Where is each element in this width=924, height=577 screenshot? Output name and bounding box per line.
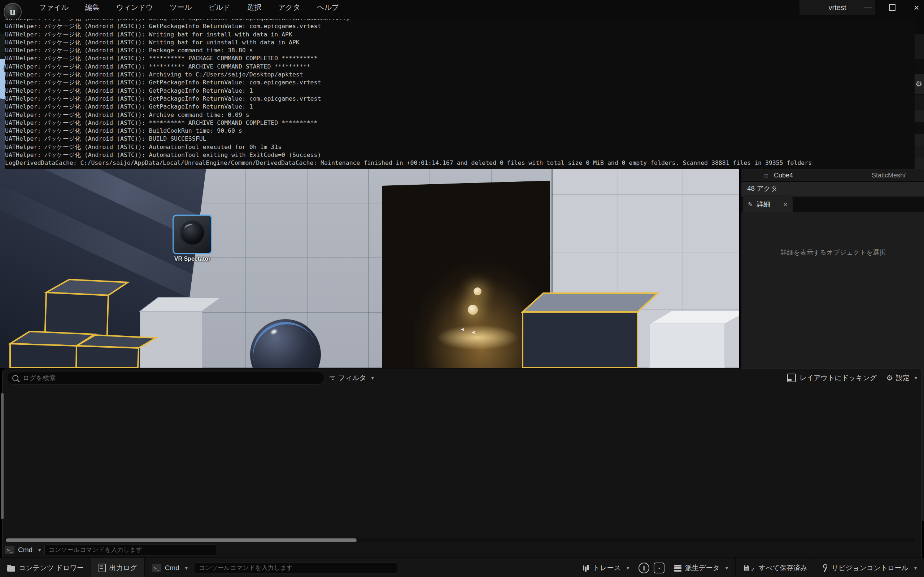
log-settings-label: 設定: [896, 373, 909, 383]
log-settings-dropdown[interactable]: ⚙ 設定 ▾: [886, 373, 917, 383]
vr-spectator-sprite[interactable]: [173, 214, 212, 254]
trace-label: トレース: [593, 563, 621, 573]
log-console-input[interactable]: [44, 545, 217, 555]
log-line: UATHelper: パッケージ化 (Android (ASTC)): GetP…: [5, 79, 914, 87]
main-menu: ファイル編集ウィンドウツールビルド選択アクタヘルプ: [39, 0, 339, 15]
filter-label: フィルタ: [338, 373, 366, 383]
log-line: UATHelper: パッケージ化 (Android (ASTC)): Writ…: [5, 31, 914, 39]
revision-control-icon: [822, 564, 828, 572]
log-line: UATHelper: パッケージ化 (Android (ASTC)): Auto…: [5, 151, 914, 159]
details-empty-message: 詳細を表示するオブジェクトを選択: [741, 248, 924, 257]
log-vertical-scrollbar[interactable]: [1, 393, 3, 519]
derived-data-dropdown[interactable]: 派生データ ▾: [667, 558, 735, 577]
output-log-label: 出力ログ: [109, 563, 137, 573]
outliner-settings-icon[interactable]: ⚙: [915, 80, 922, 89]
menu-item[interactable]: ヘルプ: [317, 3, 339, 12]
log-line: UATHelper: パッケージ化 (Android (ASTC)): Usin…: [5, 19, 914, 23]
derived-data-icon: [674, 565, 682, 567]
cmd-label: Cmd: [18, 546, 32, 554]
statusbar-console-input[interactable]: [195, 562, 397, 574]
log-line: UATHelper: パッケージ化 (Android (ASTC)): ****…: [5, 55, 914, 62]
search-icon: [12, 375, 18, 381]
save-status-label: すべて保存済み: [759, 563, 808, 573]
derived-data-label: 派生データ: [685, 563, 720, 573]
insights-icon[interactable]: ||: [638, 562, 649, 574]
chevron-down-icon: ▾: [914, 375, 917, 381]
revision-control-label: リビジョンコントロール: [832, 563, 908, 573]
chevron-down-icon: ▾: [185, 565, 188, 571]
menu-item[interactable]: ビルド: [208, 3, 230, 12]
details-tab-bar: ✎ 詳細 ×: [741, 197, 924, 212]
log-line: UATHelper: パッケージ化 (Android (ASTC)): Writ…: [5, 39, 914, 47]
menu-item[interactable]: 選択: [247, 3, 262, 12]
log-line: UATHelper: パッケージ化 (Android (ASTC)): Arch…: [5, 111, 914, 119]
log-line: UATHelper: パッケージ化 (Android (ASTC)): ****…: [5, 119, 914, 127]
details-tab-label: 詳細: [756, 200, 770, 209]
minimize-button[interactable]: —: [862, 2, 874, 13]
trace-icon: [583, 566, 584, 571]
gear-icon: ⚙: [886, 374, 893, 382]
table-row[interactable]: Cube4 StaticMesh/: [741, 169, 924, 181]
chevron-down-icon: ▾: [914, 565, 917, 571]
row-label: Cube4: [774, 172, 868, 179]
log-line: UATHelper: パッケージ化 (Android (ASTC)): GetP…: [5, 95, 914, 103]
chevron-down-icon: ▾: [627, 565, 629, 571]
chevron-down-icon[interactable]: ▾: [38, 547, 41, 553]
log-line: UATHelper: パッケージ化 (Android (ASTC)): Pack…: [5, 47, 914, 55]
vr-spectator-label: VR Spectator: [165, 256, 220, 262]
dock-layout-icon: [787, 374, 796, 382]
content-drawer-label: コンテンツ ドロワー: [19, 563, 84, 573]
restore-button[interactable]: [886, 2, 898, 13]
save-status-icon: [743, 564, 750, 572]
content-drawer-icon: [7, 566, 15, 572]
outliner-footer: 48 アクタ: [741, 181, 924, 195]
trace-dropdown[interactable]: トレース ▾: [576, 558, 636, 577]
snapshot-icon[interactable]: ▪: [654, 562, 664, 574]
content-drawer-button[interactable]: コンテンツ ドロワー: [0, 558, 91, 577]
unreal-logo-icon[interactable]: u: [3, 3, 22, 21]
filter-icon: [330, 375, 335, 381]
log-horizontal-scrollbar[interactable]: [6, 538, 357, 542]
log-line: UATHelper: パッケージ化 (Android (ASTC)): Buil…: [5, 127, 914, 135]
log-line: LogDerivedDataCache: C:/Users/saijo/AppD…: [5, 159, 914, 167]
menu-item[interactable]: ツール: [170, 3, 192, 12]
log-line: UATHelper: パッケージ化 (Android (ASTC)): ****…: [5, 63, 914, 71]
pencil-icon: ✎: [748, 201, 753, 208]
menu-item[interactable]: ウィンドウ: [116, 3, 153, 12]
close-icon[interactable]: ×: [783, 200, 788, 209]
log-line: UATHelper: パッケージ化 (Android (ASTC)): GetP…: [5, 103, 914, 111]
statusbar-cmd-dropdown[interactable]: >_ Cmd ▾: [145, 558, 195, 577]
chevron-down-icon: ▾: [725, 565, 728, 571]
output-log-icon: [99, 564, 106, 572]
dock-in-layout-button[interactable]: レイアウトにドッキング: [787, 373, 877, 383]
menu-item[interactable]: アクタ: [278, 3, 300, 12]
save-all-status-button[interactable]: ✓ すべて保存済み: [736, 558, 815, 577]
log-line: UATHelper: パッケージ化 (Android (ASTC)): GetP…: [5, 23, 914, 30]
log-line: UATHelper: パッケージ化 (Android (ASTC)): BUIL…: [5, 135, 914, 143]
cmd-icon: >_: [152, 564, 162, 572]
log-line: UATHelper: パッケージ化 (Android (ASTC)): Arch…: [5, 71, 914, 79]
revision-control-dropdown[interactable]: リビジョンコントロール ▾: [815, 558, 924, 577]
cmd-label: Cmd: [165, 564, 179, 572]
cmd-icon: >_: [5, 546, 15, 554]
log-header: フィルタ ▾ レイアウトにドッキング ⚙ 設定 ▾: [3, 369, 921, 387]
menu-item[interactable]: ファイル: [39, 3, 69, 12]
row-type-icon: [762, 172, 771, 179]
log-search-input[interactable]: [22, 374, 319, 382]
output-log-button[interactable]: 出力ログ: [91, 558, 144, 577]
chevron-down-icon: ▾: [372, 375, 374, 381]
log-console-row: >_ Cmd ▾: [5, 543, 914, 557]
output-log-panel: フィルタ ▾ レイアウトにドッキング ⚙ 設定 ▾: [2, 369, 922, 558]
status-bar: コンテンツ ドロワー 出力ログ >_ Cmd ▾ トレース ▾ || ▪ 派生デ…: [0, 558, 924, 577]
log-text-area[interactable]: UATHelper: パッケージ化 (Android (ASTC)): Usin…: [5, 19, 914, 169]
close-button[interactable]: ×: [910, 2, 922, 13]
log-search[interactable]: [7, 371, 325, 385]
dock-label: レイアウトにドッキング: [800, 373, 877, 383]
log-filter-dropdown[interactable]: フィルタ ▾: [330, 373, 374, 383]
check-icon: ✓: [751, 567, 755, 572]
actor-count: 48 アクタ: [747, 184, 778, 193]
row-type[interactable]: StaticMesh/: [868, 172, 924, 179]
menu-item[interactable]: 編集: [85, 3, 100, 12]
log-line: UATHelper: パッケージ化 (Android (ASTC)): Auto…: [5, 143, 914, 151]
tab-details[interactable]: ✎ 詳細 ×: [743, 197, 793, 212]
